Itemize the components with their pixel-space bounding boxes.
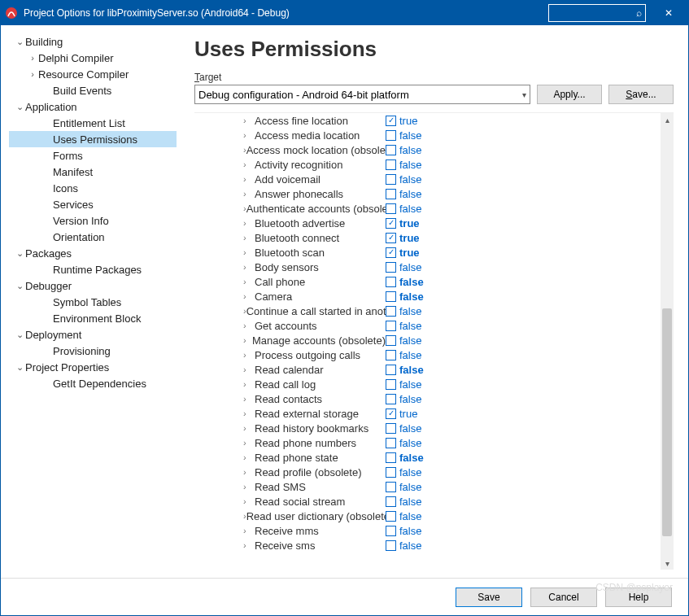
help-button[interactable]: Help	[605, 588, 672, 607]
sidebar-item-deployment[interactable]: ⌄Deployment	[9, 326, 177, 343]
checkbox[interactable]	[386, 189, 396, 199]
permission-name-row[interactable]: ›Continue a call started in another app	[243, 304, 386, 318]
checkbox[interactable]	[386, 130, 396, 141]
sidebar-item-project-properties[interactable]: ⌄Project Properties	[9, 359, 177, 375]
permission-name-row[interactable]: ›Receive mms	[243, 523, 386, 538]
permission-value-row[interactable]: false	[386, 479, 661, 494]
permission-name-row[interactable]: ›Process outgoing calls	[243, 347, 386, 362]
checkbox[interactable]	[386, 540, 396, 551]
permission-value-row[interactable]: false	[386, 435, 661, 450]
permission-name-row[interactable]: ›Read user dictionary (obsolete)	[243, 509, 386, 523]
permission-name-row[interactable]: ›Read external storage	[243, 406, 386, 421]
permission-name-row[interactable]: ›Read SMS	[243, 479, 386, 494]
sidebar-item-icons[interactable]: Icons	[9, 180, 177, 196]
scroll-down-icon[interactable]: ▾	[661, 557, 674, 570]
sidebar-item-orientation[interactable]: Orientation	[9, 229, 177, 245]
checkbox[interactable]	[386, 291, 396, 302]
sidebar-item-symbol-tables[interactable]: Symbol Tables	[9, 294, 177, 310]
permission-name-row[interactable]: ›Add voicemail	[243, 172, 386, 186]
permission-value-row[interactable]: false	[386, 318, 661, 333]
checkbox[interactable]	[386, 174, 396, 185]
checkbox[interactable]	[386, 526, 396, 536]
permission-value-row[interactable]: ✓true	[386, 113, 661, 128]
checkbox[interactable]: ✓	[386, 247, 396, 258]
permission-value-row[interactable]: false	[386, 538, 661, 553]
checkbox[interactable]	[386, 159, 396, 170]
permission-name-row[interactable]: ›Read phone state	[243, 450, 386, 465]
sidebar-item-delphi-compiler[interactable]: ›Delphi Compiler	[9, 50, 177, 66]
target-dropdown[interactable]: Debug configuration - Android 64-bit pla…	[194, 85, 530, 104]
permission-value-row[interactable]: false	[386, 304, 661, 318]
permission-name-row[interactable]: ›Bluetooth connect	[243, 230, 386, 245]
permission-name-row[interactable]: ›Access fine location	[243, 113, 386, 128]
permission-value-row[interactable]: false	[386, 421, 661, 435]
permission-name-row[interactable]: ›Read contacts	[243, 391, 386, 406]
permission-value-row[interactable]: false	[386, 450, 661, 465]
permission-name-row[interactable]: ›Camera	[243, 289, 386, 304]
checkbox[interactable]: ✓	[386, 233, 396, 243]
permission-value-row[interactable]: false	[386, 347, 661, 362]
permission-value-row[interactable]: false	[386, 186, 661, 201]
checkbox[interactable]	[386, 511, 396, 522]
checkbox[interactable]	[386, 379, 396, 390]
permission-value-row[interactable]: false	[386, 523, 661, 538]
checkbox[interactable]	[386, 145, 396, 155]
sidebar-item-build-events[interactable]: Build Events	[9, 82, 177, 98]
sidebar-item-manifest[interactable]: Manifest	[9, 164, 177, 180]
permission-value-row[interactable]: ✓true	[386, 216, 661, 230]
checkbox[interactable]	[386, 452, 396, 463]
permission-name-row[interactable]: ›Read history bookmarks	[243, 421, 386, 435]
sidebar-item-entitlement-list[interactable]: Entitlement List	[9, 115, 177, 131]
checkbox[interactable]	[386, 335, 396, 346]
checkbox[interactable]	[386, 394, 396, 404]
permission-name-row[interactable]: ›Bluetooth advertise	[243, 216, 386, 230]
permission-name-row[interactable]: ›Access mock location (obsolete)	[243, 142, 386, 157]
checkbox[interactable]: ✓	[386, 116, 396, 126]
sidebar-item-getit-dependencies[interactable]: GetIt Dependencies	[9, 375, 177, 391]
checkbox[interactable]	[386, 482, 396, 492]
permission-name-row[interactable]: ›Access media location	[243, 128, 386, 142]
permission-name-row[interactable]: ›Authenticate accounts (obsolete)	[243, 201, 386, 216]
checkbox[interactable]	[386, 321, 396, 331]
checkbox[interactable]	[386, 262, 396, 273]
permission-name-row[interactable]: ›Read phone numbers	[243, 435, 386, 450]
titlebar-search[interactable]: ⌕	[548, 4, 646, 22]
scroll-thumb[interactable]	[662, 308, 672, 536]
permission-value-row[interactable]: false	[386, 260, 661, 274]
vertical-scrollbar[interactable]: ▴ ▾	[661, 113, 674, 570]
search-input[interactable]	[552, 7, 626, 19]
permission-value-row[interactable]: ✓true	[386, 406, 661, 421]
permission-name-row[interactable]: ›Activity recognition	[243, 157, 386, 172]
sidebar-item-provisioning[interactable]: Provisioning	[9, 343, 177, 359]
cancel-button[interactable]: Cancel	[530, 588, 597, 607]
scroll-up-icon[interactable]: ▴	[661, 113, 674, 126]
checkbox[interactable]	[386, 438, 396, 448]
sidebar-item-version-info[interactable]: Version Info	[9, 212, 177, 229]
permission-value-row[interactable]: false	[386, 494, 661, 509]
permission-name-row[interactable]: ›Read profile (obsolete)	[243, 465, 386, 479]
sidebar-item-forms[interactable]: Forms	[9, 147, 177, 164]
permission-value-row[interactable]: false	[386, 289, 661, 304]
checkbox[interactable]	[386, 277, 396, 287]
permission-value-row[interactable]: false	[386, 377, 661, 391]
permission-value-row[interactable]: false	[386, 201, 661, 216]
permission-name-row[interactable]: ›Get accounts	[243, 318, 386, 333]
permission-value-row[interactable]: false	[386, 274, 661, 289]
apply-button[interactable]: Apply...	[537, 85, 602, 104]
sidebar-item-resource-compiler[interactable]: ›Resource Compiler	[9, 66, 177, 82]
sidebar-item-building[interactable]: ⌄Building	[9, 33, 177, 50]
sidebar-item-debugger[interactable]: ⌄Debugger	[9, 277, 177, 294]
permission-name-row[interactable]: ›Read call log	[243, 377, 386, 391]
permission-name-row[interactable]: ›Bluetooth scan	[243, 245, 386, 260]
checkbox[interactable]	[386, 467, 396, 478]
permission-value-row[interactable]: false	[386, 333, 661, 347]
permission-value-row[interactable]: false	[386, 172, 661, 186]
permission-name-row[interactable]: ›Receive sms	[243, 538, 386, 553]
save-button[interactable]: Save	[456, 588, 522, 607]
permission-value-row[interactable]: false	[386, 128, 661, 142]
permission-name-row[interactable]: ›Read social stream	[243, 494, 386, 509]
permission-name-row[interactable]: ›Call phone	[243, 274, 386, 289]
permission-value-row[interactable]: false	[386, 509, 661, 523]
checkbox[interactable]: ✓	[386, 408, 396, 419]
permission-name-row[interactable]: ›Read calendar	[243, 362, 386, 377]
